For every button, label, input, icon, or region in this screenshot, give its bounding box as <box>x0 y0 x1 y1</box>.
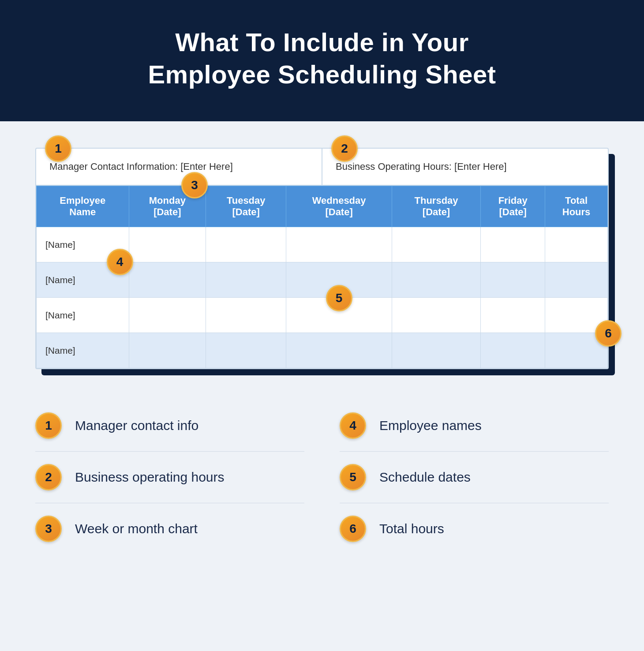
row4-name: [Name] <box>37 333 129 368</box>
legend-section: 1 Manager contact info 2 Business operat… <box>35 400 609 554</box>
th-monday: 3 Monday[Date] <box>129 186 206 227</box>
row1-wed <box>286 227 392 262</box>
th-friday: Friday[Date] <box>481 186 545 227</box>
row3-mon <box>129 298 206 333</box>
legend-text-5: Schedule dates <box>379 470 471 485</box>
th-employee-name: EmployeeName <box>37 186 129 227</box>
legend-text-6: Total hours <box>379 521 444 536</box>
row4-mon <box>129 333 206 368</box>
legend-item-5: 5 Schedule dates <box>340 452 609 503</box>
row4-thu <box>392 333 480 368</box>
main-content: 1 Manager Contact Information: [Enter He… <box>0 121 644 590</box>
badge-6: 6 <box>595 320 622 347</box>
badge-5-wrap: 5 <box>326 285 352 311</box>
row2-tue <box>206 262 286 298</box>
manager-info-label: Manager Contact Information: [Enter Here… <box>49 161 233 172</box>
badge-6-wrap: 6 <box>595 320 622 347</box>
schedule-card: 1 Manager Contact Information: [Enter He… <box>35 148 609 369</box>
legend-item-2: 2 Business operating hours <box>35 452 304 503</box>
row3-name: [Name] <box>37 298 129 333</box>
badge-3-wrap: 3 <box>181 172 208 198</box>
legend-text-4: Employee names <box>379 418 482 433</box>
row1-mon <box>129 227 206 262</box>
row2-wed: 5 <box>286 262 392 298</box>
legend-item-1: 1 Manager contact info <box>35 400 304 452</box>
badge-1-wrap: 1 <box>45 135 71 162</box>
row1-total <box>545 227 608 262</box>
schedule-table: EmployeeName 3 Monday[Date] Tuesday[Date… <box>36 186 608 368</box>
legend-badge-4: 4 <box>340 412 366 439</box>
row2-mon <box>129 262 206 298</box>
legend-text-1: Manager contact info <box>75 418 198 433</box>
row4-fri <box>481 333 545 368</box>
legend-item-3: 3 Week or month chart <box>35 503 304 554</box>
manager-info-cell: 1 Manager Contact Information: [Enter He… <box>36 149 322 185</box>
th-tuesday: Tuesday[Date] <box>206 186 286 227</box>
table-header-row: EmployeeName 3 Monday[Date] Tuesday[Date… <box>37 186 608 227</box>
legend-badge-6: 6 <box>340 516 366 542</box>
table-row: [Name] 6 <box>37 298 608 333</box>
row3-fri <box>481 298 545 333</box>
business-hours-label: Business Operating Hours: [Enter Here] <box>336 161 507 172</box>
row2-total <box>545 262 608 298</box>
row3-total: 6 <box>545 298 608 333</box>
badge-1: 1 <box>45 135 71 162</box>
row3-thu <box>392 298 480 333</box>
row2-fri <box>481 262 545 298</box>
badge-2: 2 <box>331 135 358 162</box>
legend-col-right: 4 Employee names 5 Schedule dates 6 Tota… <box>340 400 609 554</box>
legend-item-6: 6 Total hours <box>340 503 609 554</box>
legend-badge-5: 5 <box>340 464 366 490</box>
schedule-container: 1 Manager Contact Information: [Enter He… <box>35 148 609 369</box>
legend-text-2: Business operating hours <box>75 470 225 485</box>
row3-tue <box>206 298 286 333</box>
page-header: What To Include in Your Employee Schedul… <box>0 0 644 121</box>
row1-thu <box>392 227 480 262</box>
row4-wed <box>286 333 392 368</box>
legend-badge-1: 1 <box>35 412 62 439</box>
table-row: [Name] 4 <box>37 227 608 262</box>
legend-badge-2: 2 <box>35 464 62 490</box>
badge-2-wrap: 2 <box>331 135 358 162</box>
legend-item-4: 4 Employee names <box>340 400 609 452</box>
legend-col-left: 1 Manager contact info 2 Business operat… <box>35 400 304 554</box>
info-row: 1 Manager Contact Information: [Enter He… <box>36 149 608 186</box>
page-title: What To Include in Your Employee Schedul… <box>35 26 609 90</box>
th-thursday: Thursday[Date] <box>392 186 480 227</box>
legend-badge-3: 3 <box>35 516 62 542</box>
legend-text-3: Week or month chart <box>75 521 198 536</box>
row4-tue <box>206 333 286 368</box>
row1-tue <box>206 227 286 262</box>
badge-4-wrap: 4 <box>107 249 133 275</box>
row2-thu <box>392 262 480 298</box>
row1-fri <box>481 227 545 262</box>
badge-3: 3 <box>181 172 208 198</box>
row1-name: [Name] 4 <box>37 227 129 262</box>
table-row: [Name] <box>37 333 608 368</box>
business-hours-cell: 2 Business Operating Hours: [Enter Here] <box>322 149 608 185</box>
th-total-hours: TotalHours <box>545 186 608 227</box>
th-wednesday: Wednesday[Date] <box>286 186 392 227</box>
badge-4: 4 <box>107 249 133 275</box>
badge-5: 5 <box>326 285 352 311</box>
